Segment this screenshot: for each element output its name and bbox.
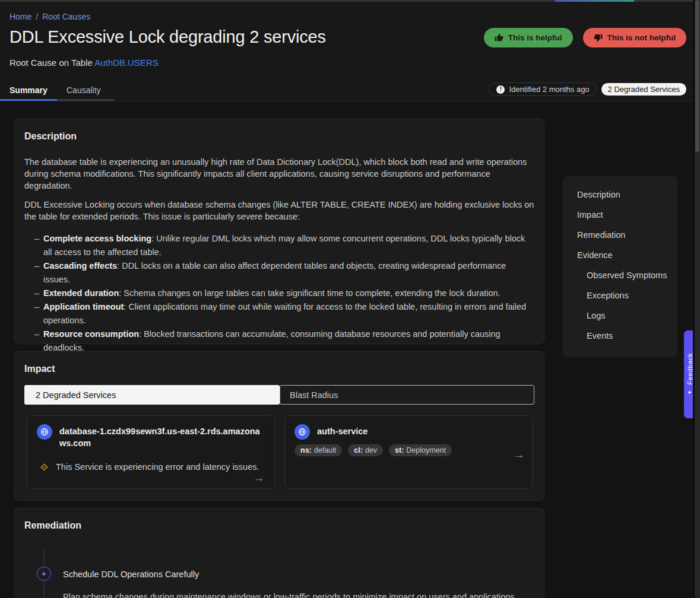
table-link[interactable]: AuthDB.USERS xyxy=(94,58,159,68)
page-tabs: Summary Causality xyxy=(0,82,114,101)
warning-diamond-icon xyxy=(40,463,49,474)
toc-item-logs[interactable]: Logs xyxy=(587,310,670,322)
scrollbar-track[interactable] xyxy=(695,0,700,598)
toc-item-events[interactable]: Events xyxy=(587,330,670,342)
tab-blast-radius[interactable]: Blast Radius xyxy=(280,385,534,405)
service-cards-row: database-1.czdx99sewn3f.us-east-2.rds.am… xyxy=(27,415,533,489)
description-bullet-list: –Complete access blocking: Unlike regula… xyxy=(24,232,534,355)
toc-item-evidence[interactable]: Evidence xyxy=(577,250,670,261)
service-card-header: database-1.czdx99sewn3f.us-east-2.rds.am… xyxy=(37,424,265,449)
service-card-auth-service[interactable]: auth-service ns:default cl:dev st:Deploy… xyxy=(284,415,533,489)
bullet-item: –Extended duration: Schema changes on la… xyxy=(24,287,534,300)
impact-section: Impact 2 Degraded Services Blast Radius xyxy=(14,351,544,501)
open-service-arrow-icon[interactable]: → xyxy=(253,471,265,485)
type-badge: st:Deployment xyxy=(389,444,452,456)
dash-bullet-icon: – xyxy=(34,327,39,341)
impact-tab-group: 2 Degraded Services Blast Radius xyxy=(24,385,534,405)
helpful-button-label: This is helpful xyxy=(508,33,562,42)
tab-degraded-services[interactable]: 2 Degraded Services xyxy=(24,385,280,405)
badge-value: dev xyxy=(365,446,377,454)
service-globe-icon xyxy=(37,424,52,440)
service-warning-row: This Service is experiencing error and l… xyxy=(37,462,265,474)
thumbs-up-icon xyxy=(495,33,503,42)
bullet-text: : Schema changes on large tables can tak… xyxy=(119,288,500,298)
service-warning-text: This Service is experiencing error and l… xyxy=(56,462,259,472)
impact-heading: Impact xyxy=(24,364,534,374)
not-helpful-button[interactable]: This is not helpful xyxy=(583,28,687,47)
description-paragraph: The database table is experiencing an un… xyxy=(24,156,534,192)
badge-key: ns: xyxy=(300,446,312,454)
bullet-item: –Application timeout: Client application… xyxy=(24,300,534,327)
toc-item-remediation[interactable]: Remediation xyxy=(577,230,670,241)
bullet-term: Resource consumption xyxy=(43,329,139,339)
namespace-badge: ns:default xyxy=(294,444,342,456)
service-globe-icon xyxy=(294,424,310,440)
dash-bullet-icon: – xyxy=(34,232,39,246)
badge-key: cl: xyxy=(354,446,363,454)
top-progress-gradient xyxy=(555,0,634,2)
tab-causality[interactable]: Causality xyxy=(57,82,114,101)
page-subtitle: Root Cause on Table AuthDB.USERS xyxy=(9,58,159,68)
badge-key: st: xyxy=(395,446,404,454)
breadcrumb-separator: / xyxy=(36,12,38,21)
badge-value: Deployment xyxy=(406,446,446,454)
sparkle-icon: ✦ xyxy=(687,389,692,396)
description-heading: Description xyxy=(24,131,534,142)
root-cause-page: Home/Root Causes DDL Excessive Lock degr… xyxy=(0,0,700,598)
bullet-term: Cascading effects xyxy=(43,261,117,271)
identified-text: Identified 2 months ago xyxy=(509,85,589,94)
thumbs-down-icon xyxy=(594,33,603,42)
service-card-header: auth-service xyxy=(294,424,522,440)
toc-item-observed-symptoms[interactable]: Observed Symptoms xyxy=(587,270,670,281)
dash-bullet-icon: – xyxy=(34,287,39,300)
remediation-step-title: Schedule DDL Operations Carefully xyxy=(63,570,199,579)
bullet-item: –Cascading effects: DDL locks on a table… xyxy=(24,259,534,287)
tab-summary[interactable]: Summary xyxy=(0,82,57,101)
scrollbar-thumb[interactable] xyxy=(695,0,699,152)
bullet-item: –Complete access blocking: Unlike regula… xyxy=(24,232,534,259)
degraded-services-badge: 2 Degraded Services xyxy=(601,83,686,96)
toc-panel: Description Impact Remediation Evidence … xyxy=(563,176,677,357)
dash-bullet-icon: – xyxy=(34,300,39,314)
helpful-button[interactable]: This is helpful xyxy=(484,28,573,47)
bullet-term: Complete access blocking xyxy=(43,234,151,243)
cluster-badge: cl:dev xyxy=(348,444,383,456)
breadcrumb-current[interactable]: Root Causes xyxy=(42,12,90,21)
badge-value: default xyxy=(314,446,337,454)
toc-item-exceptions[interactable]: Exceptions xyxy=(587,290,670,301)
remediation-step-body: Plan schema changes during maintenance w… xyxy=(63,591,535,598)
description-section: Description The database table is experi… xyxy=(14,119,544,344)
bullet-term: Application timeout xyxy=(43,302,123,311)
service-name: auth-service xyxy=(317,424,368,440)
remediation-section: Remediation Schedule DDL Operations Care… xyxy=(14,508,544,598)
bullet-term: Extended duration xyxy=(43,288,119,298)
feedback-label: Feedback xyxy=(686,353,693,385)
description-paragraph: DDL Excessive Locking occurs when databa… xyxy=(24,199,534,222)
dash-bullet-icon: – xyxy=(34,259,39,273)
identified-chip: ! Identified 2 months ago xyxy=(489,82,596,96)
open-service-arrow-icon[interactable]: → xyxy=(513,448,525,462)
feedback-buttons-group: This is helpful This is not helpful xyxy=(484,28,686,47)
breadcrumb-home-link[interactable]: Home xyxy=(9,12,31,21)
service-badges-row: ns:default cl:dev st:Deployment xyxy=(294,444,522,456)
toc-item-impact[interactable]: Impact xyxy=(577,209,670,221)
play-step-icon[interactable] xyxy=(37,567,51,581)
service-card-database[interactable]: database-1.czdx99sewn3f.us-east-2.rds.am… xyxy=(27,415,275,489)
alert-circle-icon: ! xyxy=(496,85,505,94)
service-name: database-1.czdx99sewn3f.us-east-2.rds.am… xyxy=(59,424,265,449)
not-helpful-button-label: This is not helpful xyxy=(607,33,676,42)
remediation-heading: Remediation xyxy=(24,520,534,531)
subtitle-prefix: Root Cause on Table xyxy=(9,58,94,68)
toc-item-description[interactable]: Description xyxy=(577,189,670,201)
header-meta: ! Identified 2 months ago 2 Degraded Ser… xyxy=(489,82,686,96)
breadcrumb: Home/Root Causes xyxy=(9,12,90,21)
page-title: DDL Excessive Lock degrading 2 services xyxy=(9,27,326,47)
